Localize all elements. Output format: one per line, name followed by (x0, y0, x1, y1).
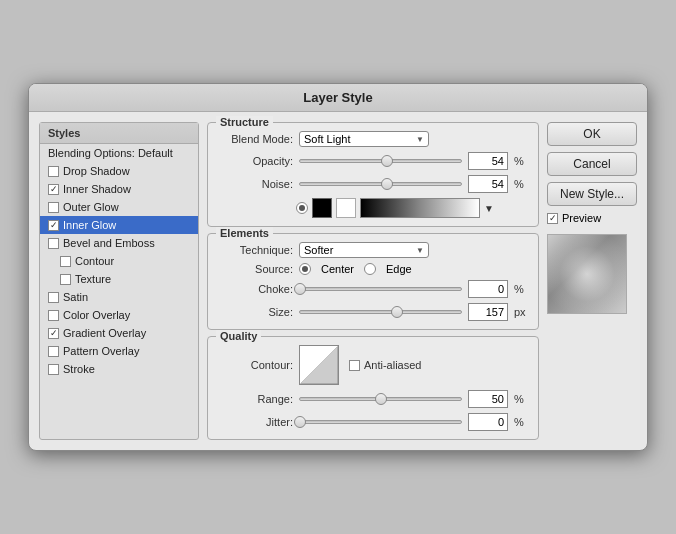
gradient-overlay-checkbox[interactable] (48, 328, 59, 339)
edge-radio[interactable] (364, 263, 376, 275)
range-thumb[interactable] (375, 393, 387, 405)
sidebar-item-satin[interactable]: Satin (40, 288, 198, 306)
choke-unit: % (514, 283, 528, 295)
bevel-emboss-label: Bevel and Emboss (63, 237, 155, 249)
noise-input[interactable]: 54 (468, 175, 508, 193)
gradient-swatch[interactable] (360, 198, 480, 218)
contour-thumbnail[interactable] (299, 345, 339, 385)
jitter-thumb[interactable] (294, 416, 306, 428)
sidebar-item-contour[interactable]: Contour (40, 252, 198, 270)
opacity-row: Opacity: 54 % (218, 152, 528, 170)
drop-shadow-checkbox[interactable] (48, 166, 59, 177)
opacity-label: Opacity: (218, 155, 293, 167)
inner-glow-checkbox[interactable] (48, 220, 59, 231)
range-unit: % (514, 393, 528, 405)
outer-glow-label: Outer Glow (63, 201, 119, 213)
jitter-input[interactable]: 0 (468, 413, 508, 431)
stroke-label: Stroke (63, 363, 95, 375)
technique-label: Technique: (218, 244, 293, 256)
noise-row: Noise: 54 % (218, 175, 528, 193)
technique-arrow-icon: ▼ (416, 246, 424, 255)
range-slider[interactable] (299, 392, 462, 406)
sidebar-item-inner-shadow[interactable]: Inner Shadow (40, 180, 198, 198)
technique-row: Technique: Softer ▼ (218, 242, 528, 258)
sidebar-item-drop-shadow[interactable]: Drop Shadow (40, 162, 198, 180)
inner-shadow-checkbox[interactable] (48, 184, 59, 195)
size-slider[interactable] (299, 305, 462, 319)
center-radio[interactable] (299, 263, 311, 275)
jitter-track (299, 420, 462, 424)
inner-glow-label: Inner Glow (63, 219, 116, 231)
elements-title: Elements (216, 227, 273, 239)
color-radio[interactable] (296, 202, 308, 214)
sidebar-item-gradient-overlay[interactable]: Gradient Overlay (40, 324, 198, 342)
bevel-emboss-checkbox[interactable] (48, 238, 59, 249)
contour-checkbox[interactable] (60, 256, 71, 267)
anti-alias-checkbox[interactable] (349, 360, 360, 371)
choke-input[interactable]: 0 (468, 280, 508, 298)
blend-mode-select[interactable]: Soft Light ▼ (299, 131, 429, 147)
blend-mode-arrow-icon: ▼ (416, 135, 424, 144)
blending-label: Blending Options: Default (48, 147, 173, 159)
ok-button[interactable]: OK (547, 122, 637, 146)
range-row: Range: 50 % (218, 390, 528, 408)
sidebar-item-blending-options[interactable]: Blending Options: Default (40, 144, 198, 162)
color-overlay-label: Color Overlay (63, 309, 130, 321)
pattern-overlay-checkbox[interactable] (48, 346, 59, 357)
opacity-slider[interactable] (299, 154, 462, 168)
noise-thumb[interactable] (381, 178, 393, 190)
center-label: Center (321, 263, 354, 275)
texture-checkbox[interactable] (60, 274, 71, 285)
choke-row: Choke: 0 % (218, 280, 528, 298)
sidebar-item-bevel-emboss[interactable]: Bevel and Emboss (40, 234, 198, 252)
satin-checkbox[interactable] (48, 292, 59, 303)
size-unit: px (514, 306, 528, 318)
edge-label: Edge (386, 263, 412, 275)
jitter-unit: % (514, 416, 528, 428)
new-style-button[interactable]: New Style... (547, 182, 637, 206)
size-input[interactable]: 157 (468, 303, 508, 321)
inner-shadow-label: Inner Shadow (63, 183, 131, 195)
color-overlay-checkbox[interactable] (48, 310, 59, 321)
layer-style-dialog: Layer Style Styles Blending Options: Def… (28, 83, 648, 451)
choke-slider[interactable] (299, 282, 462, 296)
technique-select[interactable]: Softer ▼ (299, 242, 429, 258)
preview-checkbox[interactable] (547, 213, 558, 224)
range-label: Range: (218, 393, 293, 405)
sidebar-item-inner-glow[interactable]: Inner Glow (40, 216, 198, 234)
structure-section: Structure Blend Mode: Soft Light ▼ Opaci… (207, 122, 539, 227)
main-content: Structure Blend Mode: Soft Light ▼ Opaci… (207, 122, 539, 440)
sidebar-item-texture[interactable]: Texture (40, 270, 198, 288)
sidebar-item-outer-glow[interactable]: Outer Glow (40, 198, 198, 216)
opacity-input[interactable]: 54 (468, 152, 508, 170)
preview-canvas (547, 234, 627, 314)
range-input[interactable]: 50 (468, 390, 508, 408)
cancel-button[interactable]: Cancel (547, 152, 637, 176)
outer-glow-checkbox[interactable] (48, 202, 59, 213)
white-swatch[interactable] (336, 198, 356, 218)
source-label: Source: (218, 263, 293, 275)
opacity-unit: % (514, 155, 528, 167)
jitter-slider[interactable] (299, 415, 462, 429)
jitter-label: Jitter: (218, 416, 293, 428)
sidebar-item-color-overlay[interactable]: Color Overlay (40, 306, 198, 324)
elements-section: Elements Technique: Softer ▼ Source: Cen… (207, 233, 539, 330)
size-thumb[interactable] (391, 306, 403, 318)
black-swatch[interactable] (312, 198, 332, 218)
gradient-arrow-icon[interactable]: ▼ (484, 203, 494, 214)
structure-title: Structure (216, 116, 273, 128)
drop-shadow-label: Drop Shadow (63, 165, 130, 177)
styles-title: Styles (40, 123, 198, 144)
size-row: Size: 157 px (218, 303, 528, 321)
opacity-track (299, 159, 462, 163)
dialog-title: Layer Style (29, 84, 647, 112)
choke-thumb[interactable] (294, 283, 306, 295)
preview-visual (548, 235, 626, 313)
noise-slider[interactable] (299, 177, 462, 191)
blend-mode-row: Blend Mode: Soft Light ▼ (218, 131, 528, 147)
sidebar-item-stroke[interactable]: Stroke (40, 360, 198, 378)
sidebar-item-pattern-overlay[interactable]: Pattern Overlay (40, 342, 198, 360)
stroke-checkbox[interactable] (48, 364, 59, 375)
opacity-thumb[interactable] (381, 155, 393, 167)
choke-track (299, 287, 462, 291)
